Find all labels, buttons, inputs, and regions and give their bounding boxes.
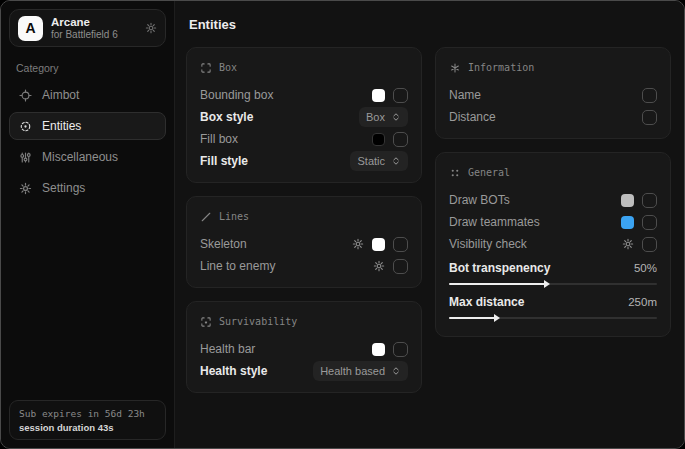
survivability-panel-title: Survivability [219,316,297,327]
health-bar-label: Health bar [200,342,255,356]
line-to-enemy-settings-gear-icon[interactable] [373,260,385,272]
health-style-value: Health based [320,365,385,377]
line-to-enemy-label: Line to enemy [200,259,275,273]
health-bar-row: Health bar [200,338,408,360]
box-icon [200,62,212,74]
sidebar-item-entities[interactable]: Entities [9,112,166,140]
line-to-enemy-checkbox[interactable] [393,259,408,274]
brand-subtitle: for Battlefield 6 [51,29,118,42]
health-style-row: Health style Health based [200,360,408,382]
box-panel-header: Box [200,60,408,75]
box-style-value: Box [366,111,385,123]
survivability-panel-header: Survivability [200,314,408,329]
general-panel: General Draw BOTs Draw teammates [435,152,671,337]
health-bar-checkbox[interactable] [393,342,408,357]
brand-card: A Arcane for Battlefield 6 [9,9,166,47]
line-to-enemy-row: Line to enemy [200,255,408,277]
skeleton-color-swatch[interactable] [372,238,385,251]
fill-style-label: Fill style [200,154,248,168]
draw-bots-checkbox[interactable] [642,193,657,208]
bounding-box-row: Bounding box [200,84,408,106]
max-distance-label: Max distance [449,295,524,309]
sidebar-item-aimbot[interactable]: Aimbot [9,81,166,109]
crosshair-icon [19,89,32,102]
left-column: Box Bounding box Box style Box [186,47,422,393]
skeleton-settings-gear-icon[interactable] [352,238,364,250]
sidebar-item-miscellaneous[interactable]: Miscellaneous [9,143,166,171]
sliders-icon [19,151,32,164]
information-panel: Information Name Distance [435,47,671,139]
bot-transparency-slider-fill [449,283,545,285]
information-panel-header: Information [449,60,657,75]
max-distance-group: Max distance 250m [449,292,657,319]
fill-style-value: Static [357,155,385,167]
grid-dots-icon [449,167,461,179]
health-style-dropdown[interactable]: Health based [313,361,408,381]
main-content: Entities Box Bounding box [175,1,684,448]
sidebar-item-label: Settings [42,181,85,195]
page-title: Entities [189,17,671,32]
skeleton-label: Skeleton [200,237,247,251]
lines-panel: Lines Skeleton [186,196,422,288]
lines-panel-title: Lines [219,211,249,222]
distance-label: Distance [449,110,496,124]
bot-transparency-value: 50% [634,262,657,274]
general-panel-header: General [449,165,657,180]
fill-box-row: Fill box [200,128,408,150]
visibility-check-row: Visibility check [449,233,657,255]
draw-bots-row: Draw BOTs [449,189,657,211]
brand-gear-icon[interactable] [145,22,157,34]
bot-transparency-group: Bot transpenency 50% [449,258,657,285]
subscription-card: Sub expires in 56d 23h session duration … [9,400,166,440]
app-window: A Arcane for Battlefield 6 Category [0,0,685,449]
radar-icon [19,120,32,133]
box-panel-title: Box [219,62,237,73]
category-label: Category [16,62,159,74]
sidebar-item-label: Entities [42,119,81,133]
visibility-check-checkbox[interactable] [642,237,657,252]
sidebar-item-settings[interactable]: Settings [9,174,166,202]
gear-icon [19,182,32,195]
health-style-label: Health style [200,364,267,378]
fill-box-color-swatch[interactable] [372,133,385,146]
max-distance-value: 250m [628,296,657,308]
draw-teammates-checkbox[interactable] [642,215,657,230]
chevrons-up-down-icon [391,112,401,122]
general-panel-title: General [468,167,510,178]
draw-teammates-color-swatch[interactable] [621,216,634,229]
bot-transparency-slider[interactable] [449,283,657,285]
fill-style-row: Fill style Static [200,150,408,172]
box-style-row: Box style Box [200,106,408,128]
distance-checkbox[interactable] [642,110,657,125]
brand-logo: A [18,16,43,41]
lines-panel-header: Lines [200,209,408,224]
brand-name: Arcane [51,15,118,29]
diagonal-line-icon [200,211,212,223]
right-column: Information Name Distance [435,47,671,337]
health-scan-icon [200,316,212,328]
box-style-dropdown[interactable]: Box [359,107,408,127]
skeleton-checkbox[interactable] [393,237,408,252]
name-checkbox[interactable] [642,88,657,103]
draw-bots-color-swatch[interactable] [621,194,634,207]
health-bar-color-swatch[interactable] [372,343,385,356]
bounding-box-checkbox[interactable] [393,88,408,103]
bounding-box-color-swatch[interactable] [372,89,385,102]
sidebar-item-label: Miscellaneous [42,150,118,164]
bot-transparency-label: Bot transpenency [449,261,550,275]
fill-box-checkbox[interactable] [393,132,408,147]
information-panel-title: Information [468,62,534,73]
visibility-check-settings-gear-icon[interactable] [622,238,634,250]
max-distance-slider-fill [449,317,495,319]
fill-style-dropdown[interactable]: Static [350,151,408,171]
draw-bots-label: Draw BOTs [449,193,510,207]
max-distance-slider[interactable] [449,317,657,319]
bounding-box-label: Bounding box [200,88,273,102]
session-duration-text: session duration 43s [19,422,156,433]
distance-row: Distance [449,106,657,128]
draw-teammates-label: Draw teammates [449,215,540,229]
chevrons-up-down-icon [391,366,401,376]
sidebar-item-label: Aimbot [42,88,79,102]
survivability-panel: Survivability Health bar Health style [186,301,422,393]
visibility-check-label: Visibility check [449,237,527,251]
